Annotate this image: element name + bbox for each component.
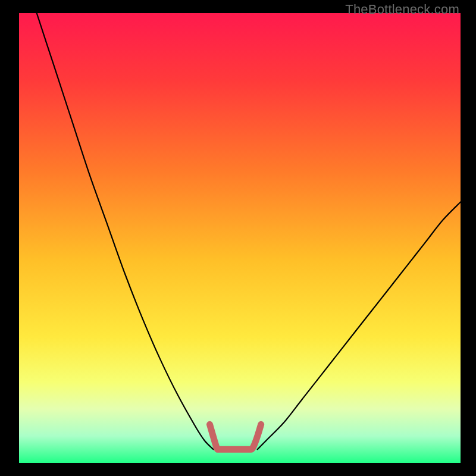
chart-frame: TheBottleneck.com xyxy=(0,0,476,476)
plot-area xyxy=(19,13,461,463)
right-curve xyxy=(258,202,461,450)
left-curve xyxy=(37,13,214,449)
curve-layer xyxy=(19,13,461,463)
flat-marker xyxy=(209,424,261,449)
watermark-text: TheBottleneck.com xyxy=(345,2,459,17)
